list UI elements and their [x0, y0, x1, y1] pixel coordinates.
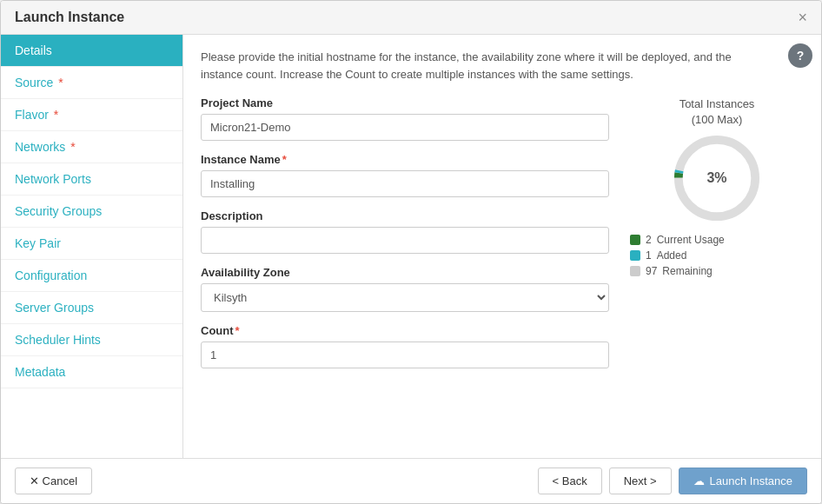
launch-instance-button[interactable]: ☁ Launch Instance: [679, 468, 807, 494]
instance-name-label: Instance Name*: [201, 153, 609, 166]
donut-label: 3%: [706, 170, 726, 186]
chart-legend: 2 Current Usage 1 Added 97 Remaining: [630, 234, 804, 281]
legend-value-remaining: 97: [646, 265, 657, 277]
cancel-button[interactable]: ✕ Cancel: [15, 468, 92, 494]
availability-zone-select[interactable]: Kilsyth: [201, 283, 609, 312]
legend-value-added: 1: [646, 249, 652, 262]
close-button[interactable]: ×: [798, 10, 807, 25]
description-text: Please provide the initial hostname for …: [201, 49, 774, 83]
launch-icon: ☁: [693, 474, 705, 487]
sidebar-item-key-pair[interactable]: Key Pair: [1, 228, 182, 260]
availability-zone-label: Availability Zone: [201, 266, 609, 279]
project-name-label: Project Name: [201, 96, 609, 109]
sidebar-item-network-ports[interactable]: Network Ports: [1, 163, 182, 196]
project-name-group: Project Name: [201, 96, 609, 141]
legend-item-added: 1 Added: [630, 249, 804, 262]
sidebar-item-networks[interactable]: Networks *: [1, 131, 182, 163]
modal-title: Launch Instance: [15, 10, 124, 25]
legend-item-current: 2 Current Usage: [630, 234, 804, 246]
modal-footer: ✕ Cancel < Back Next > ☁ Launch Instance: [1, 458, 821, 503]
main-content: ? Please provide the initial hostname fo…: [183, 35, 821, 458]
back-button[interactable]: < Back: [538, 468, 602, 494]
availability-zone-group: Availability Zone Kilsyth: [201, 266, 609, 312]
description-input[interactable]: [201, 227, 609, 254]
chart-area: Total Instances (100 Max) 3%: [630, 96, 804, 381]
sidebar-item-security-groups[interactable]: Security Groups: [1, 196, 182, 228]
sidebar-item-source[interactable]: Source *: [1, 67, 182, 99]
count-label: Count*: [201, 324, 609, 337]
sidebar-item-configuration[interactable]: Configuration: [1, 260, 182, 292]
form-layout: Project Name Instance Name* Description: [201, 96, 804, 381]
legend-value-current: 2: [646, 234, 652, 246]
sidebar-item-flavor[interactable]: Flavor *: [1, 99, 182, 131]
footer-right: < Back Next > ☁ Launch Instance: [538, 468, 807, 494]
instance-name-group: Instance Name*: [201, 153, 609, 197]
description-label: Description: [201, 209, 609, 222]
description-group: Description: [201, 209, 609, 254]
chart-title: Total Instances (100 Max): [679, 96, 755, 128]
launch-instance-modal: Launch Instance × DetailsSource *Flavor …: [0, 0, 822, 504]
sidebar-item-metadata[interactable]: Metadata: [1, 356, 182, 388]
count-group: Count*: [201, 324, 609, 368]
legend-dot-current: [630, 235, 640, 245]
legend-dot-remaining: [630, 266, 640, 276]
modal-header: Launch Instance ×: [1, 1, 821, 35]
donut-chart: 3%: [673, 135, 760, 222]
sidebar: DetailsSource *Flavor *Networks *Network…: [1, 35, 183, 458]
form-fields: Project Name Instance Name* Description: [201, 96, 609, 381]
legend-item-remaining: 97 Remaining: [630, 265, 804, 277]
help-button[interactable]: ?: [788, 43, 812, 68]
legend-label-added: Added: [657, 249, 687, 262]
project-name-input[interactable]: [201, 114, 609, 141]
next-button[interactable]: Next >: [609, 468, 672, 494]
legend-label-remaining: Remaining: [662, 265, 712, 277]
modal-body: DetailsSource *Flavor *Networks *Network…: [1, 35, 821, 458]
legend-dot-added: [630, 250, 640, 261]
sidebar-item-details[interactable]: Details: [1, 35, 182, 67]
sidebar-item-server-groups[interactable]: Server Groups: [1, 292, 182, 324]
count-input[interactable]: [201, 342, 609, 368]
instance-name-input[interactable]: [201, 170, 609, 197]
legend-label-current: Current Usage: [657, 234, 725, 246]
sidebar-item-scheduler-hints[interactable]: Scheduler Hints: [1, 324, 182, 356]
